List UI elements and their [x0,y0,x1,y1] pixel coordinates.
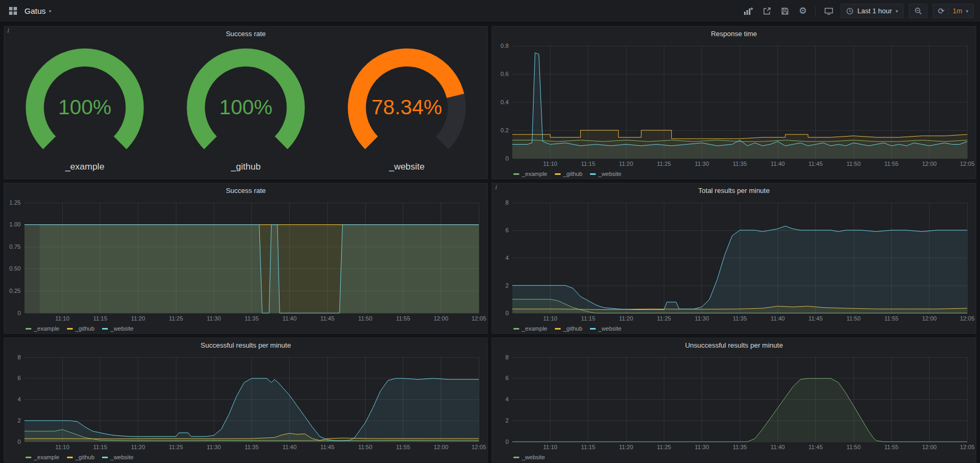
legend-item[interactable]: _example [26,454,60,460]
legend-swatch [513,457,519,458]
legend-swatch [590,328,596,330]
save-button[interactable] [779,5,791,18]
svg-text:2: 2 [505,282,509,289]
svg-text:12:05: 12:05 [471,444,486,450]
svg-text:2: 2 [505,417,509,424]
legend-swatch [102,328,108,330]
legend-item[interactable]: _website [513,454,545,460]
refresh-button[interactable]: ⟳ 1m ▾ [933,4,974,18]
panel-header[interactable]: Total results per minute [492,183,976,197]
legend-item[interactable]: _github [67,325,95,332]
legend-item[interactable]: _example [513,171,547,177]
zoom-out-button[interactable] [909,4,927,18]
panel-title: Response time [711,30,757,38]
svg-text:0.75: 0.75 [10,243,21,250]
time-range-button[interactable]: Last 1 hour ▾ [841,4,903,18]
legend-swatch [26,328,31,330]
panel-info-icon[interactable]: i [495,184,497,191]
legend-item[interactable]: _website [102,454,133,460]
legend-series-name: _github [563,325,582,332]
panel-header[interactable]: Response time [492,27,976,40]
navbar-separator [815,6,816,16]
svg-text:11:45: 11:45 [808,161,823,167]
add-panel-icon [744,7,753,15]
legend-series-name: _example [34,454,60,460]
clock-icon [846,7,854,15]
dashboards-menu-button[interactable] [6,4,20,18]
panel-title: Success rate [226,187,266,195]
svg-text:11:25: 11:25 [169,315,183,322]
svg-text:11:20: 11:20 [131,444,145,450]
svg-text:1.00: 1.00 [10,221,21,228]
legend-item[interactable]: _example [26,325,60,332]
svg-text:11:35: 11:35 [244,444,259,450]
svg-text:11:25: 11:25 [657,315,671,322]
success-rate-chart[interactable]: 00.250.500.751.001.2511:1011:1511:2011:2… [4,197,487,324]
settings-button[interactable]: ⚙ [797,5,809,18]
panel-legend: _website [492,452,976,462]
panel-header[interactable]: Success rate [4,27,487,40]
svg-text:12:00: 12:00 [434,315,449,322]
svg-text:11:20: 11:20 [131,315,145,322]
svg-text:11:45: 11:45 [808,444,823,450]
svg-text:0: 0 [505,439,509,445]
grid-icon [9,6,18,15]
svg-text:0.8: 0.8 [501,43,509,49]
legend-series-name: _github [75,454,95,460]
panel-header[interactable]: Successful results per minute [4,338,487,352]
panel-title: Total results per minute [698,187,770,195]
panel-legend: _example_github_website [4,324,487,333]
svg-text:12:05: 12:05 [471,315,486,322]
svg-text:11:40: 11:40 [282,444,297,450]
svg-text:11:40: 11:40 [771,315,785,322]
svg-text:11:25: 11:25 [169,444,183,450]
legend-item[interactable]: _website [590,325,621,332]
svg-text:11:30: 11:30 [695,444,709,450]
gear-icon: ⚙ [799,7,807,15]
svg-text:0.2: 0.2 [501,127,509,133]
legend-swatch [513,173,519,175]
svg-text:11:10: 11:10 [543,161,557,167]
panel-info-icon[interactable]: i [7,27,9,34]
gauge-_website: 78.34%_website [326,40,487,179]
success-rate-gauge-body[interactable]: 100%_example100%_github78.34%_website [4,40,487,179]
legend-item[interactable]: _example [513,325,547,332]
svg-text:6: 6 [505,227,509,233]
successful-results-chart[interactable]: 0246811:1011:1511:2011:2511:3011:3511:40… [4,352,487,452]
panel-success-rate-graph: i Success rate 00.250.500.751.001.2511:1… [4,183,488,334]
cycle-view-button[interactable] [822,5,835,18]
time-range-label: Last 1 hour [857,7,892,15]
svg-text:12:05: 12:05 [960,444,975,450]
svg-text:2: 2 [18,417,21,424]
legend-series-name: _github [563,171,582,177]
svg-text:11:35: 11:35 [733,161,747,167]
panel-unsuccessful-results: i Unsuccessful results per minute 024681… [492,338,976,462]
panel-legend: _example_github_website [492,324,976,333]
legend-item[interactable]: _github [67,454,95,460]
share-button[interactable] [761,5,773,18]
legend-item[interactable]: _github [555,171,582,177]
svg-text:4: 4 [505,255,509,261]
response-time-chart[interactable]: 00.20.40.60.811:1011:1511:2011:2511:3011… [492,40,976,169]
legend-item[interactable]: _website [102,325,133,332]
svg-text:11:45: 11:45 [320,444,335,450]
svg-text:11:35: 11:35 [244,315,259,322]
total-results-chart[interactable]: 0246811:1011:1511:2011:2511:3011:3511:40… [492,197,976,324]
legend-swatch [513,328,519,330]
dashboard-title-button[interactable]: Gatus ▾ [24,6,52,15]
panel-header[interactable]: Success rate [4,183,487,197]
legend-swatch [590,173,596,175]
panel-header[interactable]: Unsuccessful results per minute [492,338,976,352]
add-panel-button[interactable] [741,5,755,18]
legend-item[interactable]: _website [590,171,621,177]
monitor-icon [824,7,833,15]
legend-item[interactable]: _github [555,325,582,332]
unsuccessful-results-chart[interactable]: 0246811:1011:1511:2011:2511:3011:3511:40… [492,352,976,452]
svg-text:6: 6 [18,375,21,381]
panel-legend: _example_github_website [4,452,487,462]
svg-text:11:25: 11:25 [657,161,671,167]
svg-text:11:20: 11:20 [619,161,633,167]
gauge-_example: 100%_example [4,40,165,179]
navbar: Gatus ▾ ⚙ [0,0,980,22]
svg-text:11:20: 11:20 [619,315,633,322]
